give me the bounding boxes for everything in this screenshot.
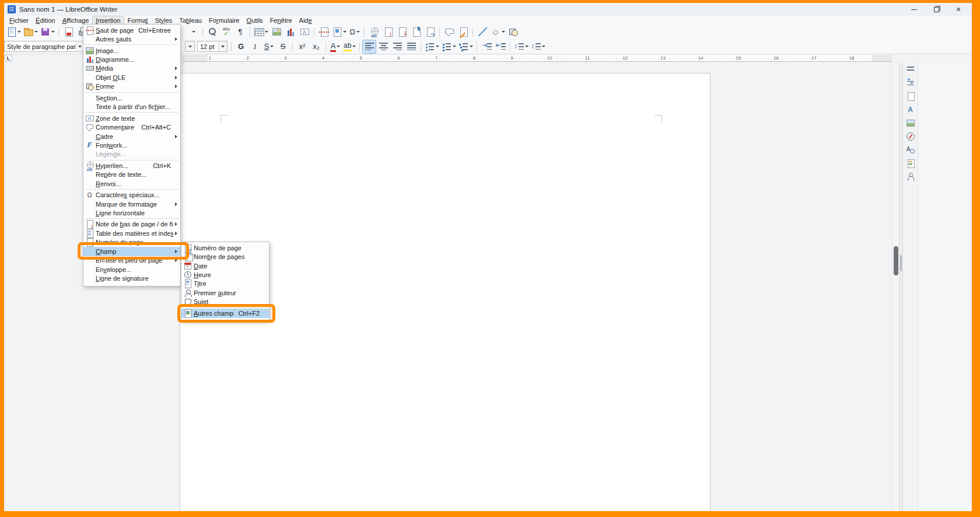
submenu-item-nombre-de-pages[interactable]: Nombre de pages <box>181 252 269 261</box>
menu-item-hyperlien[interactable]: Hyperlien...Ctrl+K <box>83 161 180 170</box>
find-replace-button[interactable] <box>206 26 219 39</box>
menu-item-zone-de-texte[interactable]: Zone de texte <box>83 114 180 123</box>
strikethrough-button[interactable]: S <box>276 40 289 53</box>
menu-item-ligne-de-signature[interactable]: Ligne de signature <box>83 274 180 282</box>
align-center-button[interactable] <box>377 40 390 53</box>
menubar-item-outils[interactable]: Outils <box>243 16 267 25</box>
insert-shape-button[interactable] <box>507 26 520 39</box>
sidebar-tab-accessibility-check-icon[interactable] <box>906 172 915 181</box>
line-spacing-button[interactable] <box>513 40 529 53</box>
insert-bookmark-button[interactable] <box>410 26 422 39</box>
align-right-button[interactable] <box>391 40 404 53</box>
insert-footnote-button[interactable] <box>382 26 394 39</box>
export-pdf-button[interactable] <box>62 26 75 39</box>
insert-hyperlink-button[interactable] <box>368 26 380 39</box>
sidebar-tab-styles-icon[interactable] <box>906 105 915 114</box>
insert-image-button[interactable] <box>270 26 283 39</box>
menu-item-cadre[interactable]: Cadre <box>83 132 180 141</box>
submenu-item-sujet[interactable]: Sujet <box>181 298 269 306</box>
superscript-button[interactable]: x² <box>296 40 309 53</box>
insert-table-button[interactable] <box>253 26 269 39</box>
menubar-item-fenetre[interactable]: Fenêtre <box>267 16 296 25</box>
bullet-list-button[interactable] <box>424 40 440 53</box>
menu-item-caracteres-speciaux[interactable]: Caractères spéciaux... <box>83 190 180 199</box>
menu-item-media[interactable]: Média <box>83 64 180 73</box>
menu-item-renvoi[interactable]: Renvoi... <box>83 179 180 188</box>
spelling-button[interactable] <box>220 26 233 39</box>
insert-comment-button[interactable] <box>443 26 456 39</box>
highlight-color-button[interactable]: ab <box>343 40 356 53</box>
justify-button[interactable] <box>405 40 418 53</box>
menu-item-repere-de-texte[interactable]: Repère de texte... <box>83 170 180 179</box>
insert-cross-reference-button[interactable] <box>424 26 436 39</box>
menu-item-texte-a-partir-d-un-fichier[interactable]: Texte à partir d'un fichier... <box>83 103 180 111</box>
new-document-button[interactable] <box>6 26 22 39</box>
menu-item-section[interactable]: Section... <box>83 93 180 102</box>
bold-button[interactable]: G <box>235 40 247 53</box>
menubar-item-aide[interactable]: Aide <box>296 16 316 25</box>
insert-line-button[interactable] <box>476 26 489 39</box>
submenu-item-titre[interactable]: Titre <box>181 280 269 288</box>
insert-chart-button[interactable] <box>284 26 297 39</box>
submenu-item-date[interactable]: Date <box>181 261 269 270</box>
sidebar-tab-navigator-icon[interactable] <box>906 132 915 141</box>
menu-item-objet-ole[interactable]: Objet OLE <box>83 73 180 82</box>
save-button[interactable] <box>40 26 55 39</box>
insert-page-break-button[interactable] <box>317 26 330 39</box>
submenu-item-numero-de-page[interactable]: Numéro de page <box>181 243 269 252</box>
sidebar-tab-style-inspector-icon[interactable] <box>906 145 915 155</box>
menubar-item-edition[interactable]: Édition <box>32 16 59 25</box>
menu-item-numero-de-page[interactable]: Numéro de page <box>83 238 180 247</box>
menu-item-saut-de-page[interactable]: Saut de pageCtrl+Entree <box>83 26 180 34</box>
align-left-button[interactable] <box>363 40 376 53</box>
tab-stop-selector[interactable]: L <box>5 55 12 62</box>
submenu-item-heure[interactable]: Heure <box>181 270 269 279</box>
font-size-combo[interactable]: 12 pt <box>197 41 228 52</box>
scrollbar-thumb[interactable] <box>894 246 898 275</box>
italic-button[interactable]: I <box>249 40 261 53</box>
underline-button[interactable]: S <box>262 40 275 53</box>
sidebar-tab-properties-icon[interactable] <box>906 78 915 88</box>
vertical-scrollbar[interactable] <box>892 62 899 511</box>
increase-indent-button[interactable] <box>480 40 493 53</box>
close-button[interactable]: × <box>947 3 970 16</box>
sidebar-tab-sidebar-settings-icon[interactable] <box>906 65 915 74</box>
insert-text-box-button[interactable] <box>298 26 311 39</box>
subscript-button[interactable]: x₂ <box>310 40 323 53</box>
insert-endnote-button[interactable] <box>396 26 408 39</box>
menubar-item-fichier[interactable]: Fichier <box>6 16 32 25</box>
menu-item-fontwork[interactable]: Fontwork... <box>83 141 180 149</box>
menu-item-image[interactable]: Image... <box>83 46 180 55</box>
formatting-marks-button[interactable]: ¶ <box>234 26 247 39</box>
menu-item-table-des-matieres-et-index[interactable]: Table des matières et index <box>83 229 180 237</box>
maximize-button[interactable] <box>925 3 947 16</box>
menu-item-enveloppe[interactable]: Enveloppe... <box>83 265 180 274</box>
font-name-combo-arrow[interactable] <box>185 41 195 52</box>
outline-list-button[interactable] <box>458 40 474 53</box>
open-button[interactable] <box>23 26 38 39</box>
sidebar-tab-page-icon[interactable] <box>906 92 915 101</box>
chevron-down-icon[interactable] <box>218 41 227 51</box>
decrease-indent-button[interactable] <box>494 40 507 53</box>
menu-item-autres-sauts[interactable]: Autres sauts <box>83 34 180 43</box>
menu-item-ligne-horizontale[interactable]: Ligne horizontale <box>83 208 180 217</box>
sidebar-tab-gallery-icon[interactable] <box>906 118 915 128</box>
menu-item-en-tete-et-pied-de-page[interactable]: En-tête et pied de page <box>83 256 180 265</box>
insert-field-button[interactable] <box>331 26 347 39</box>
horizontal-ruler[interactable]: 123456789101112131415161718 <box>183 55 892 62</box>
numbered-list-button[interactable] <box>441 40 457 53</box>
track-changes-button[interactable] <box>457 26 470 39</box>
clone-formatting-arrow-button[interactable] <box>187 26 200 39</box>
menu-item-note-de-bas-de-page-de-fin[interactable]: Note de bas de page / de fin <box>83 220 180 229</box>
menu-item-champ[interactable]: Champ <box>83 247 180 256</box>
paragraph-style-combo[interactable]: Style de paragraphe par déf <box>4 41 84 52</box>
submenu-item-autres-champs[interactable]: Autres champs...Ctrl+F2 <box>181 309 269 317</box>
submenu-item-premier-auteur[interactable]: Premier auteur <box>181 288 269 297</box>
menu-item-marque-de-formatage[interactable]: Marque de formatage <box>83 200 180 208</box>
sidebar-tab-manage-changes-icon[interactable] <box>906 159 915 168</box>
menu-item-commentaire[interactable]: CommentaireCtrl+Alt+C <box>83 123 180 131</box>
paragraph-spacing-button[interactable] <box>530 40 546 53</box>
minimize-button[interactable] <box>903 3 925 16</box>
insert-special-character-button[interactable]: Ω <box>348 26 361 39</box>
menu-item-diagramme[interactable]: Diagramme... <box>83 55 180 64</box>
